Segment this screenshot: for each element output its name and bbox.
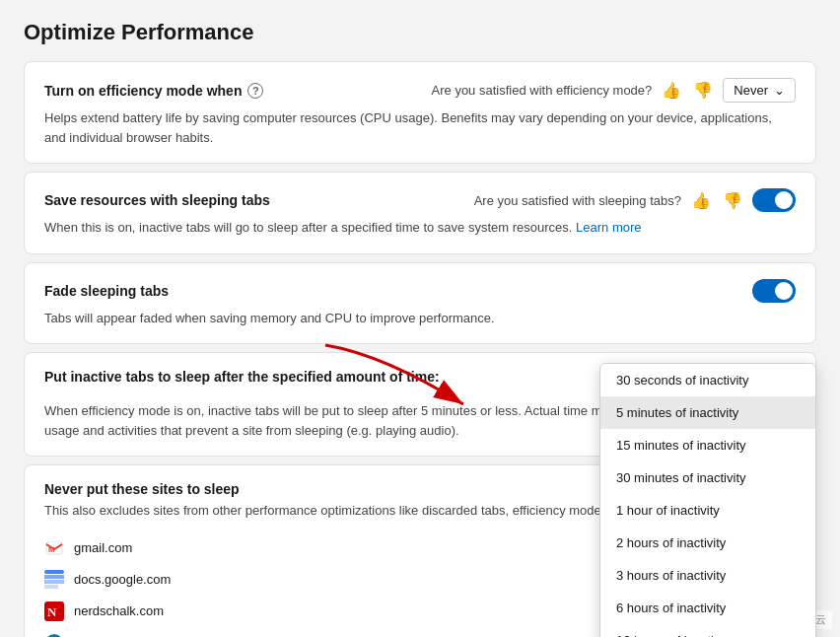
svg-text:N: N [47, 604, 57, 619]
sleeping-tabs-thumbup-button[interactable]: 👍 [689, 189, 713, 212]
gmail-icon: M [44, 538, 64, 558]
fade-sleeping-tabs-section: Fade sleeping tabs Tabs will appear fade… [24, 262, 816, 345]
efficiency-thumbdown-button[interactable]: 👎 [691, 79, 715, 102]
sleeping-tabs-thumbdown-button[interactable]: 👎 [721, 189, 744, 212]
nerd-icon: N [44, 602, 64, 621]
dropdown-item-5m[interactable]: 5 minutes of inactivity [600, 396, 815, 429]
docs-icon [44, 570, 64, 590]
dropdown-item-2h[interactable]: 2 hours of inactivity [600, 527, 815, 559]
nerd-site-name: nerdschalk.com [74, 603, 164, 618]
sleeping-tabs-desc-text: When this is on, inactive tabs will go t… [44, 220, 572, 235]
sleeping-tabs-section: Save resources with sleeping tabs Are yo… [24, 172, 816, 254]
dropdown-item-6h[interactable]: 6 hours of inactivity [600, 592, 815, 624]
docs-site-name: docs.google.com [74, 572, 171, 587]
efficiency-thumbup-button[interactable]: 👍 [660, 79, 683, 102]
dropdown-item-12h[interactable]: 12 hours of inacti... [600, 624, 815, 637]
sleeping-tabs-satisfaction-label: Are you satisfied with sleeping tabs? [474, 193, 681, 208]
dropdown-item-1h[interactable]: 1 hour of inactivity [600, 494, 815, 527]
dropdown-item-30m[interactable]: 30 minutes of inactivity [600, 461, 815, 494]
svg-rect-6 [44, 585, 58, 589]
inactive-tabs-title: Put inactive tabs to sleep after the spe… [44, 369, 440, 385]
svg-text:M: M [48, 545, 55, 554]
dropdown-item-30s[interactable]: 30 seconds of inactivity [600, 364, 815, 396]
sleeping-tabs-title: Save resources with sleeping tabs [44, 192, 270, 208]
sleeping-tabs-toggle[interactable] [752, 188, 796, 212]
efficiency-dropdown-label: Never [734, 83, 768, 98]
sleeping-tabs-learn-more[interactable]: Learn more [576, 220, 641, 235]
gmail-site-name: gmail.com [74, 540, 132, 555]
fade-section-desc: Tabs will appear faded when saving memor… [44, 309, 796, 328]
fade-section-title: Fade sleeping tabs [44, 283, 169, 299]
sleeping-tabs-satisfaction-row: Are you satisfied with sleeping tabs? 👍 … [474, 188, 796, 212]
wordpress-icon: W [44, 633, 64, 638]
efficiency-mode-section: Turn on efficiency mode when ? Are you s… [24, 61, 816, 164]
efficiency-never-dropdown[interactable]: Never ⌄ [723, 78, 796, 103]
svg-rect-4 [44, 575, 64, 579]
efficiency-help-icon[interactable]: ? [247, 83, 263, 99]
page-title: Optimize Performance [24, 20, 816, 45]
svg-rect-5 [44, 580, 64, 584]
svg-point-9 [45, 634, 63, 638]
dropdown-item-15m[interactable]: 15 minutes of inactivity [600, 429, 815, 461]
efficiency-section-desc: Helps extend battery life by saving comp… [44, 108, 796, 147]
efficiency-dropdown-chevron: ⌄ [774, 83, 785, 98]
efficiency-section-title: Turn on efficiency mode when [44, 83, 242, 99]
efficiency-satisfaction-label: Are you satisfied with efficiency mode? [432, 83, 653, 98]
svg-rect-3 [44, 570, 64, 574]
sleeping-tabs-desc: When this is on, inactive tabs will go t… [44, 218, 796, 238]
efficiency-satisfaction-row: Are you satisfied with efficiency mode? … [432, 78, 796, 103]
fade-sleeping-tabs-toggle[interactable] [752, 279, 796, 303]
dropdown-item-3h[interactable]: 3 hours of inactivity [600, 559, 815, 592]
inactivity-dropdown-menu: 30 seconds of inactivity 5 minutes of in… [599, 363, 816, 637]
